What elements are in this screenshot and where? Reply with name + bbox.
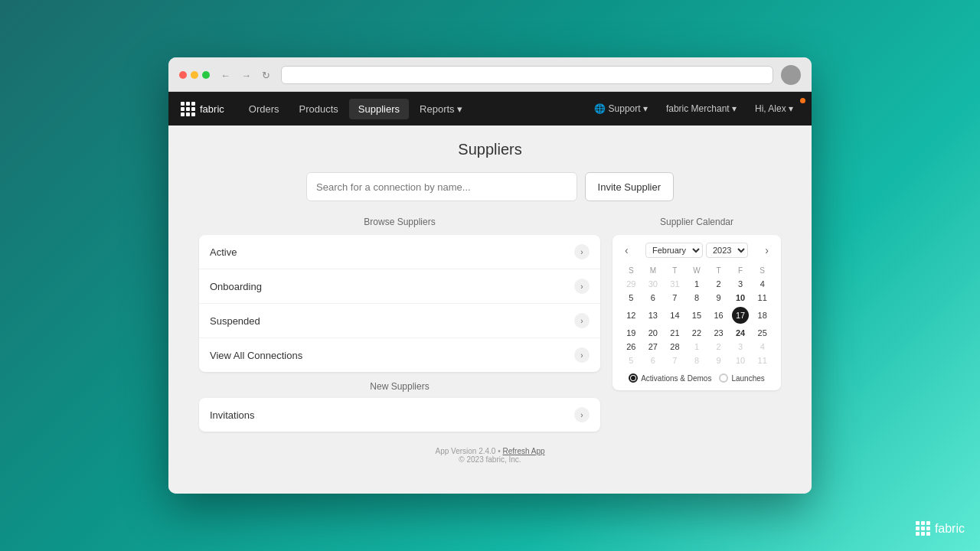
nav-right: 🌐 Support ▾ fabric Merchant ▾ Hi, Alex ▾ <box>588 100 799 117</box>
calendar-day[interactable]: 5 <box>620 291 642 305</box>
address-bar[interactable] <box>281 66 773 84</box>
calendar-day[interactable]: 23 <box>707 326 730 340</box>
calendar-prev-button[interactable]: ‹ <box>620 243 633 258</box>
radio-launches <box>719 373 728 383</box>
forward-button[interactable]: → <box>238 68 254 83</box>
supplier-item-onboarding-label: Onboarding <box>210 281 262 292</box>
nav-products[interactable]: Products <box>290 99 348 119</box>
calendar-day[interactable]: 9 <box>707 354 730 367</box>
browser-chrome: ← → ↻ <box>168 57 812 92</box>
calendar-day[interactable]: 29 <box>620 277 642 291</box>
calendar-day[interactable]: 6 <box>642 354 665 367</box>
calendar-day[interactable]: 4 <box>751 340 773 354</box>
calendar-day[interactable]: 10 <box>730 354 752 367</box>
radio-activations <box>629 373 638 383</box>
calendar-next-button[interactable]: › <box>760 243 773 258</box>
calendar-day[interactable]: 9 <box>707 291 730 305</box>
legend-launches[interactable]: Launches <box>719 373 764 383</box>
copyright-text: © 2023 fabric, Inc. <box>191 455 789 464</box>
merchant-label: fabric Merchant ▾ <box>666 103 737 114</box>
legend-activations[interactable]: Activations & Demos <box>629 373 711 383</box>
calendar-day[interactable]: 1 <box>686 277 708 291</box>
supplier-item-suspended[interactable]: Suspended › <box>199 304 600 338</box>
browser-avatar <box>781 65 801 85</box>
supplier-item-invitations[interactable]: Invitations › <box>199 398 600 432</box>
merchant-menu[interactable]: fabric Merchant ▾ <box>660 100 743 117</box>
calendar-month-year: February 2023 <box>645 243 748 258</box>
calendar-section-title: Supplier Calendar <box>612 217 781 227</box>
calendar-day[interactable]: 24 <box>730 326 752 340</box>
new-suppliers-title: New Suppliers <box>199 381 600 392</box>
user-menu[interactable]: Hi, Alex ▾ <box>749 100 799 117</box>
calendar-day[interactable]: 27 <box>642 340 665 354</box>
browser-window: ← → ↻ fabric Orders <box>168 57 812 494</box>
calendar-day[interactable]: 17 <box>730 305 752 326</box>
maximize-dot[interactable] <box>202 71 210 79</box>
invitations-list: Invitations › <box>199 398 600 432</box>
calendar-day[interactable]: 18 <box>751 305 773 326</box>
calendar-day[interactable]: 12 <box>620 305 642 326</box>
support-icon: 🌐 <box>594 103 606 114</box>
calendar-day[interactable]: 22 <box>686 326 708 340</box>
refresh-link[interactable]: Refresh App <box>502 447 544 455</box>
supplier-item-all[interactable]: View All Connections › <box>199 338 600 372</box>
nav-orders[interactable]: Orders <box>240 99 289 119</box>
calendar-day[interactable]: 11 <box>751 354 773 367</box>
app-logo[interactable]: fabric <box>181 102 224 116</box>
calendar-day[interactable]: 20 <box>642 326 665 340</box>
supplier-item-active[interactable]: Active › <box>199 235 600 269</box>
calendar-box: ‹ February 2023 › <box>612 235 781 390</box>
chevron-right-icon: › <box>574 347 590 363</box>
calendar-day[interactable]: 7 <box>664 354 686 367</box>
two-column-layout: Browse Suppliers Active › Onboarding › S… <box>199 217 781 432</box>
nav-reports[interactable]: Reports ▾ <box>410 99 472 119</box>
calendar-day[interactable]: 6 <box>642 291 665 305</box>
logo-text: fabric <box>200 103 224 115</box>
minimize-dot[interactable] <box>191 71 198 79</box>
back-button[interactable]: ← <box>217 68 234 83</box>
watermark-dots <box>916 521 930 536</box>
day-header-sun: S <box>620 264 642 277</box>
calendar-day[interactable]: 3 <box>730 340 752 354</box>
browse-section-title: Browse Suppliers <box>199 217 600 227</box>
nav-suppliers[interactable]: Suppliers <box>349 99 409 119</box>
search-input[interactable] <box>306 172 577 201</box>
calendar-day[interactable]: 4 <box>751 277 773 291</box>
close-dot[interactable] <box>179 71 187 79</box>
calendar-day[interactable]: 7 <box>664 291 686 305</box>
calendar-day[interactable]: 2 <box>707 277 730 291</box>
calendar-day[interactable]: 16 <box>707 305 730 326</box>
calendar-day[interactable]: 5 <box>620 354 642 367</box>
nav-products-label: Products <box>299 103 338 115</box>
radio-inner <box>631 376 635 380</box>
calendar-day[interactable]: 15 <box>686 305 708 326</box>
day-header-sat: S <box>751 264 773 277</box>
calendar-day[interactable]: 11 <box>751 291 773 305</box>
calendar-day[interactable]: 30 <box>642 277 665 291</box>
calendar-day[interactable]: 19 <box>620 326 642 340</box>
calendar-day[interactable]: 3 <box>730 277 752 291</box>
invite-supplier-button[interactable]: Invite Supplier <box>585 172 674 201</box>
calendar-day[interactable]: 31 <box>664 277 686 291</box>
support-menu[interactable]: 🌐 Support ▾ <box>588 100 654 117</box>
supplier-item-onboarding[interactable]: Onboarding › <box>199 269 600 304</box>
refresh-button[interactable]: ↻ <box>259 68 273 83</box>
calendar-day[interactable]: 14 <box>664 305 686 326</box>
watermark-text: fabric <box>935 522 965 536</box>
nav-orders-label: Orders <box>249 103 279 115</box>
calendar-day[interactable]: 8 <box>686 354 708 367</box>
supplier-list: Active › Onboarding › Suspended › View A… <box>199 235 600 372</box>
calendar-legend: Activations & Demos Launches <box>620 373 773 383</box>
calendar-day[interactable]: 8 <box>686 291 708 305</box>
calendar-day[interactable]: 28 <box>664 340 686 354</box>
calendar-day[interactable]: 26 <box>620 340 642 354</box>
calendar-day[interactable]: 25 <box>751 326 773 340</box>
calendar-day[interactable]: 21 <box>664 326 686 340</box>
calendar-day[interactable]: 1 <box>686 340 708 354</box>
year-select[interactable]: 2023 <box>706 243 748 258</box>
calendar-day[interactable]: 10 <box>730 291 752 305</box>
month-select[interactable]: February <box>645 243 703 258</box>
calendar-day[interactable]: 2 <box>707 340 730 354</box>
chevron-right-icon: › <box>574 407 590 422</box>
calendar-day[interactable]: 13 <box>642 305 665 326</box>
